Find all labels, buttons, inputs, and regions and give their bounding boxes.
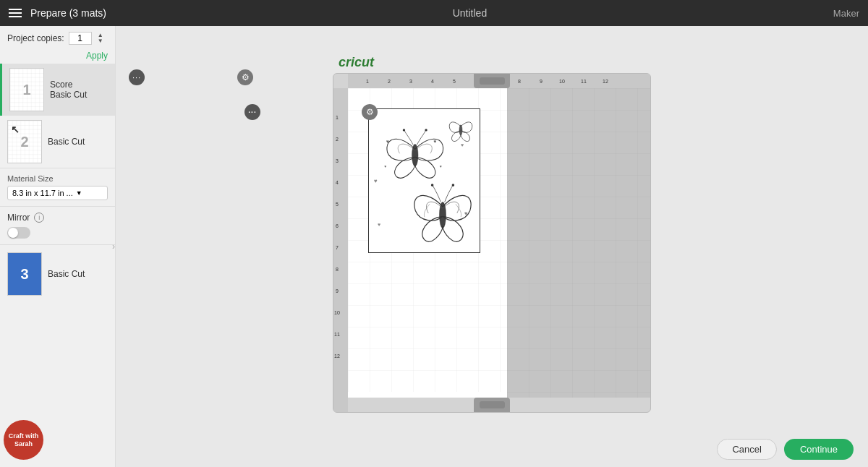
svg-text:12: 12 [334, 354, 340, 359]
svg-point-37 [430, 184, 433, 187]
continue-button[interactable]: Continue [784, 439, 854, 460]
mat-2-number: 2 [20, 134, 28, 150]
material-size-value: 8.3 in x 11.7 in ... [12, 189, 73, 197]
svg-point-31 [425, 129, 427, 131]
machine-name: Maker [833, 8, 859, 19]
svg-text:♥: ♥ [439, 163, 441, 168]
svg-text:9: 9 [540, 79, 542, 84]
svg-text:2: 2 [388, 79, 391, 84]
svg-text:♥: ♥ [464, 210, 468, 217]
cricut-mat-wrapper: cricut 1 2 3 4 5 6 7 8 9 [333, 73, 651, 420]
toggle-wrap [7, 227, 108, 239]
svg-point-39 [459, 124, 462, 134]
gray-area [507, 88, 650, 398]
mat-item-1[interactable]: 1 Score Basic Cut [0, 64, 115, 116]
mirror-info-icon[interactable]: i [34, 213, 44, 223]
svg-text:8: 8 [518, 79, 521, 84]
butterfly-svg: ♥ ♥ ♥ ♥ [370, 111, 479, 252]
mat-grip-top [474, 74, 510, 88]
svg-point-30 [402, 129, 404, 131]
mat-2-label: Basic Cut [48, 137, 85, 147]
svg-text:♥: ♥ [378, 222, 380, 227]
three-dots-button[interactable]: ··· [129, 69, 145, 85]
svg-text:♥: ♥ [433, 138, 436, 143]
svg-text:3: 3 [336, 158, 339, 163]
svg-text:10: 10 [334, 310, 340, 315]
svg-text:5: 5 [453, 79, 456, 84]
mat-settings-button[interactable]: ⚙ [362, 104, 378, 120]
copies-arrows: ▲ ▼ [96, 33, 105, 44]
cutting-area: ♥ ♥ ♥ ♥ [348, 88, 507, 398]
apply-row: Apply [0, 51, 115, 64]
mat-1-number: 1 [22, 82, 30, 98]
svg-text:2: 2 [336, 137, 339, 142]
mat-thumb-1: 1 [9, 68, 44, 111]
project-copies-row: Project copies: ▲ ▼ [0, 26, 115, 51]
svg-text:4: 4 [431, 79, 434, 84]
mat-item-2[interactable]: 2 ↖ Basic Cut [0, 116, 115, 168]
svg-text:4: 4 [336, 180, 339, 185]
topbar: Prepare (3 mats) Untitled Maker [0, 0, 868, 26]
svg-rect-44 [507, 88, 650, 398]
mat-section-3: 3 Basic Cut [0, 244, 115, 300]
svg-text:♥: ♥ [461, 142, 464, 147]
svg-text:10: 10 [559, 79, 565, 84]
mat-grip-bottom [474, 398, 510, 412]
mat-3-number: 3 [20, 266, 28, 283]
svg-text:♥: ♥ [386, 138, 388, 143]
settings-button[interactable]: ⚙ [237, 69, 253, 85]
copies-down-button[interactable]: ▼ [96, 38, 105, 44]
topbar-left: Prepare (3 mats) [9, 7, 106, 19]
svg-text:8: 8 [336, 267, 339, 272]
svg-text:7: 7 [336, 245, 339, 250]
svg-text:♥: ♥ [384, 163, 386, 168]
logo-area: Craft with Sarah [4, 420, 43, 460]
mat-options-button[interactable]: ··· [244, 104, 260, 120]
bottom-bar: Cancel Continue [116, 431, 868, 467]
svg-text:1: 1 [336, 115, 339, 120]
mat-1-label: Score Basic Cut [50, 80, 87, 100]
mirror-section: Mirror i [0, 206, 115, 244]
craft-with-sarah-logo: Craft with Sarah [4, 420, 43, 460]
svg-text:11: 11 [334, 332, 340, 337]
mirror-label: Mirror [7, 213, 30, 223]
apply-button[interactable]: Apply [7, 51, 108, 61]
svg-text:9: 9 [336, 288, 339, 294]
svg-text:6: 6 [336, 223, 339, 228]
mat-thumb-2: 2 ↖ [7, 120, 42, 163]
svg-text:1: 1 [366, 79, 369, 84]
project-copies-label: Project copies: [7, 33, 64, 43]
material-size-label: Material Size [7, 174, 108, 183]
document-title: Untitled [453, 7, 487, 19]
main-content: ··· ⚙ cricut 1 2 3 4 5 6 [116, 26, 868, 467]
svg-text:11: 11 [581, 79, 587, 84]
mat-3-label: Basic Cut [48, 269, 85, 279]
cricut-mat: 1 2 3 4 5 6 7 8 9 10 11 12 [333, 73, 651, 413]
svg-text:3: 3 [409, 79, 412, 84]
mirror-toggle[interactable] [7, 227, 30, 239]
chevron-down-icon: ▼ [76, 189, 82, 197]
menu-button[interactable] [9, 9, 22, 17]
main-layout: Project copies: ▲ ▼ Apply [0, 26, 868, 467]
copies-input-wrap [69, 32, 92, 45]
ruler-left: 1 2 3 4 5 6 7 8 9 10 11 12 [333, 88, 348, 412]
svg-text:♥: ♥ [374, 178, 378, 184]
mirror-row: Mirror i [7, 213, 108, 223]
butterfly-design-area: ♥ ♥ ♥ ♥ [368, 108, 480, 253]
cancel-button[interactable]: Cancel [717, 439, 776, 460]
sidebar: Project copies: ▲ ▼ Apply [0, 26, 116, 467]
material-size-select[interactable]: 8.3 in x 11.7 in ... ▼ [7, 186, 108, 200]
cricut-brand-logo: cricut [339, 55, 374, 70]
sidebar-scroll-arrow[interactable]: › [112, 241, 115, 252]
mat-item-3[interactable]: 3 Basic Cut [0, 248, 115, 300]
toggle-knob [8, 228, 18, 238]
svg-text:5: 5 [336, 202, 339, 207]
cursor-icon: ↖ [11, 124, 20, 135]
topbar-title: Prepare (3 mats) [30, 7, 106, 19]
svg-point-38 [451, 184, 454, 187]
copies-input[interactable] [69, 32, 92, 45]
svg-text:12: 12 [603, 79, 608, 84]
mat-thumb-3: 3 [7, 252, 42, 296]
material-section: Material Size 8.3 in x 11.7 in ... ▼ [0, 168, 115, 206]
